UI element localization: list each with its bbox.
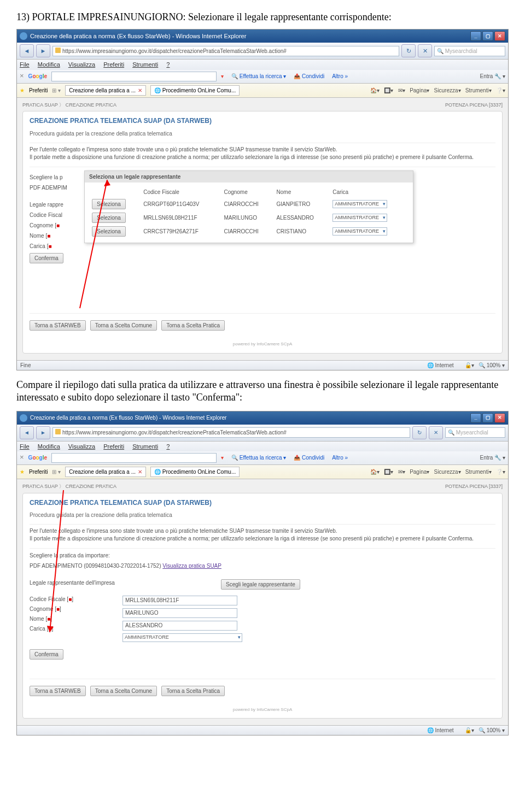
google-search-input[interactable] bbox=[51, 453, 217, 463]
star-icon[interactable]: ★ bbox=[20, 87, 25, 94]
zoom-level[interactable]: 100% bbox=[487, 727, 501, 733]
security-menu[interactable]: Sicurezza bbox=[434, 469, 458, 475]
step-13-text: 13) PORTALE IMPRESAINUNGIORNO: Seleziona… bbox=[16, 11, 509, 23]
menu-file[interactable]: File bbox=[20, 443, 30, 450]
menu-strumenti[interactable]: Strumenti bbox=[132, 61, 158, 68]
close-button[interactable]: ✕ bbox=[494, 413, 505, 423]
mail-icon[interactable]: ✉▾ bbox=[398, 87, 405, 93]
window-title: Creazione della pratica a norma (Ex flus… bbox=[30, 32, 246, 40]
menu-visualizza[interactable]: Visualizza bbox=[68, 443, 95, 450]
seleziona-button[interactable]: Seleziona bbox=[92, 199, 126, 209]
forward-button[interactable]: ► bbox=[36, 44, 50, 57]
help-icon[interactable]: ❔▾ bbox=[496, 469, 505, 475]
carica-select[interactable]: AMMINISTRATORE bbox=[332, 200, 387, 209]
breadcrumb[interactable]: CREAZIONE PRATICA bbox=[66, 102, 116, 108]
page-menu[interactable]: Pagina bbox=[410, 469, 427, 475]
star-icon[interactable]: ★ bbox=[20, 468, 25, 475]
more-link[interactable]: Altro » bbox=[332, 454, 348, 461]
refresh-button[interactable]: ↻ bbox=[412, 426, 427, 439]
entra-link[interactable]: Entra 🔧 ▾ bbox=[480, 73, 505, 80]
menu-visualizza[interactable]: Visualizza bbox=[68, 61, 95, 68]
search-box[interactable]: 🔍 Mysearchdial bbox=[434, 46, 505, 56]
mail-icon[interactable]: ✉▾ bbox=[398, 469, 405, 475]
main-panel: CREAZIONE PRATICA TELEMATICA SUAP (DA ST… bbox=[22, 493, 503, 719]
torna-starweb-button[interactable]: Torna a STARWEB bbox=[30, 320, 86, 331]
maximize-button[interactable]: ▢ bbox=[482, 413, 493, 423]
close-button[interactable]: ✕ bbox=[494, 31, 505, 41]
torna-starweb-button[interactable]: Torna a STARWEB bbox=[30, 686, 86, 696]
cognome-input[interactable]: MARILUNGO bbox=[122, 608, 237, 618]
entra-link[interactable]: Entra 🔧 ▾ bbox=[480, 454, 505, 461]
carica-select[interactable]: AMMINISTRATORE bbox=[122, 633, 242, 642]
zoom-level[interactable]: 100% bbox=[487, 362, 501, 368]
back-button[interactable]: ◄ bbox=[20, 44, 34, 57]
menu-help[interactable]: ? bbox=[166, 443, 170, 450]
seleziona-button[interactable]: Seleziona bbox=[92, 213, 126, 223]
favorites-label: Preferiti bbox=[29, 87, 48, 94]
do-search-link[interactable]: 🔍 Effettua la ricerca ▾ bbox=[231, 73, 286, 80]
carica-select[interactable]: AMMINISTRATORE bbox=[332, 214, 387, 222]
tab-2[interactable]: 🌐 Procedimento OnLine Comu... bbox=[150, 467, 240, 477]
feed-icon[interactable]: 🔲▾ bbox=[384, 87, 393, 93]
help-icon[interactable]: ❔▾ bbox=[496, 87, 505, 93]
menu-strumenti[interactable]: Strumenti bbox=[132, 443, 158, 450]
torna-pratica-button[interactable]: Torna a Scelta Pratica bbox=[161, 320, 225, 331]
cf-input[interactable]: MRLLSN69L08H211F bbox=[122, 596, 237, 605]
breadcrumb[interactable]: PRATICA SUAP bbox=[22, 484, 58, 489]
menu-bar[interactable]: File Modifica Visualizza Preferiti Strum… bbox=[17, 60, 508, 69]
menu-bar[interactable]: File Modifica Visualizza Preferiti Strum… bbox=[17, 442, 508, 451]
col-cf: Codice Fiscale bbox=[141, 187, 221, 197]
visualizza-link[interactable]: Visualizza pratica SUAP bbox=[162, 563, 221, 569]
seleziona-button[interactable]: Seleziona bbox=[92, 226, 126, 237]
google-search-input[interactable] bbox=[51, 72, 217, 81]
share-link[interactable]: 📤 Condividi bbox=[294, 73, 324, 80]
torna-pratica-button[interactable]: Torna a Scelta Pratica bbox=[161, 686, 225, 696]
security-menu[interactable]: Sicurezza bbox=[434, 87, 458, 93]
breadcrumb[interactable]: PRATICA SUAP bbox=[22, 102, 58, 108]
page-menu[interactable]: Pagina bbox=[410, 87, 427, 93]
menu-modifica[interactable]: Modifica bbox=[38, 61, 60, 68]
torna-comune-button[interactable]: Torna a Scelta Comune bbox=[90, 320, 158, 331]
home-icon[interactable]: 🏠▾ bbox=[370, 469, 380, 475]
search-box[interactable]: 🔍 Mysearchdial bbox=[445, 427, 505, 438]
home-icon[interactable]: 🏠▾ bbox=[370, 87, 380, 93]
maximize-button[interactable]: ▢ bbox=[482, 31, 493, 41]
carica-select[interactable]: AMMINISTRATORE bbox=[332, 227, 387, 236]
scegli-legale-button[interactable]: Scegli legale rappresentante bbox=[221, 579, 300, 590]
menu-help[interactable]: ? bbox=[166, 61, 170, 68]
close-icon[interactable]: × bbox=[20, 72, 24, 81]
tab-1[interactable]: Creazione della pratica a ...✕ bbox=[65, 467, 146, 477]
nome-input[interactable]: ALESSANDRO bbox=[122, 621, 237, 631]
stop-button[interactable]: ✕ bbox=[429, 426, 443, 439]
feed-icon[interactable]: 🔲▾ bbox=[384, 469, 393, 475]
col-nome: Nome bbox=[274, 187, 330, 197]
menu-file[interactable]: File bbox=[20, 61, 30, 68]
google-toolbar: × Google ▾ 🔍 Effettua la ricerca ▾ 📤 Con… bbox=[17, 451, 508, 465]
conferma-button[interactable]: Conferma bbox=[30, 253, 63, 263]
share-link[interactable]: 📤 Condividi bbox=[294, 454, 324, 461]
menu-preferiti[interactable]: Preferiti bbox=[103, 443, 124, 450]
tab-1[interactable]: Creazione della pratica a ...✕ bbox=[65, 85, 146, 96]
menu-preferiti[interactable]: Preferiti bbox=[103, 61, 124, 68]
back-button[interactable]: ◄ bbox=[20, 426, 34, 439]
stop-button[interactable]: ✕ bbox=[418, 44, 432, 57]
minimize-button[interactable]: _ bbox=[470, 31, 481, 41]
close-icon[interactable]: × bbox=[20, 453, 24, 462]
tools-menu[interactable]: Strumenti bbox=[465, 87, 489, 93]
refresh-button[interactable]: ↻ bbox=[401, 44, 416, 57]
breadcrumb[interactable]: CREAZIONE PRATICA bbox=[66, 484, 116, 489]
legale-label: Legale rappresentante dell'impresa bbox=[30, 579, 221, 590]
conferma-button[interactable]: Conferma bbox=[30, 649, 63, 660]
forward-button[interactable]: ► bbox=[36, 426, 50, 439]
location-label: POTENZA PICENA [3337] bbox=[445, 484, 503, 490]
menu-modifica[interactable]: Modifica bbox=[38, 443, 60, 450]
more-link[interactable]: Altro » bbox=[332, 73, 348, 80]
do-search-link[interactable]: 🔍 Effettua la ricerca ▾ bbox=[231, 454, 286, 461]
address-bar[interactable]: https://www.impresainungiorno.gov.it/dis… bbox=[52, 46, 399, 56]
location-label: POTENZA PICENA [3337] bbox=[445, 102, 503, 109]
tab-2[interactable]: 🌐 Procedimento OnLine Comu... bbox=[150, 85, 240, 96]
torna-comune-button[interactable]: Torna a Scelta Comune bbox=[90, 686, 158, 696]
address-bar[interactable]: https://www.impresainungiorno.gov.it/dis… bbox=[52, 427, 410, 438]
minimize-button[interactable]: _ bbox=[470, 413, 481, 423]
tools-menu[interactable]: Strumenti bbox=[465, 469, 489, 475]
